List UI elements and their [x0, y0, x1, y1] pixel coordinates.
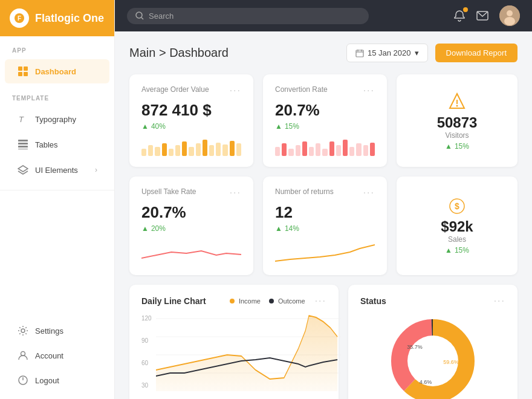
sales-change-value: 15% [455, 246, 469, 255]
bar [275, 147, 280, 156]
card2-menu[interactable]: ··· [363, 85, 375, 96]
svg-marker-11 [18, 166, 28, 172]
bar [196, 143, 201, 156]
date-chevron-icon: ▾ [415, 48, 419, 57]
card-returns-label: Number of returns [275, 187, 334, 196]
arrow-up-icon: ▲ [275, 224, 282, 233]
bar [302, 141, 307, 156]
bar [343, 140, 348, 156]
date-label: 15 Jan 2020 [368, 48, 411, 57]
svg-point-16 [136, 12, 142, 18]
mail-icon[interactable] [476, 11, 488, 21]
sidebar-item-tables[interactable]: Tables [5, 132, 109, 157]
status-chart-card: Status ··· 35.7% 59. [348, 285, 517, 399]
legend-income: Income [230, 297, 261, 305]
sidebar-item-ui-elements[interactable]: UI Elements › [5, 158, 109, 182]
card-upsell-value: 20.7% [141, 203, 241, 222]
settings-label: Settings [35, 326, 63, 336]
card-upsell-change: ▲ 20% [141, 224, 241, 233]
visitors-change: ▲ 15% [445, 142, 469, 151]
brand-title: Flatlogic One [35, 12, 104, 25]
y-label: 120 [141, 315, 152, 322]
visitors-value: 50873 [437, 114, 478, 131]
page-content: Main > Dashboard 15 Jan 2020 ▾ Download … [115, 31, 532, 399]
search-box[interactable] [127, 8, 369, 24]
status-chart-title: Status [360, 296, 386, 306]
sidebar-divider [0, 190, 114, 190]
card1-change: ▲ 40% [141, 122, 241, 131]
bar [222, 144, 227, 157]
svg-text:F: F [18, 15, 21, 22]
logout-label: Logout [35, 376, 59, 385]
svg-rect-10 [18, 149, 28, 149]
line-chart-menu[interactable]: ··· [315, 296, 326, 307]
card-returns-change-value: 14% [285, 224, 299, 233]
line-chart-controls: Income Outcome ··· [230, 296, 326, 307]
y-label: 30 [141, 382, 152, 389]
card-conversion-rate: Convertion Rate ··· 20.7% ▲ 15% [263, 74, 387, 167]
card-returns: Number of returns ··· 12 ▲ 14% [263, 177, 387, 275]
bar [141, 149, 146, 156]
bar [162, 143, 167, 156]
sidebar-bottom: Settings Account Logout [0, 318, 114, 399]
sidebar-item-logout[interactable]: Logout [5, 368, 109, 392]
bar [169, 149, 174, 156]
card1-bars [141, 138, 241, 156]
svg-marker-35 [156, 316, 337, 391]
bar [349, 147, 354, 156]
card-upsell-change-value: 20% [151, 224, 166, 233]
income-label: Income [239, 297, 261, 305]
download-report-button[interactable]: Download Report [435, 44, 517, 62]
card-returns-value: 12 [275, 203, 375, 222]
bottom-cards-grid: Upsell Take Rate ··· 20.7% ▲ 20% Number … [129, 177, 517, 275]
bar [175, 145, 180, 156]
account-label: Account [35, 351, 63, 360]
status-chart-menu[interactable]: ··· [494, 296, 505, 307]
search-icon [135, 11, 144, 20]
user-avatar[interactable] [499, 5, 520, 26]
line-chart-svg [156, 313, 341, 391]
svg-text:T: T [19, 115, 24, 124]
returns-line-chart [275, 240, 375, 264]
sidebar-item-typography[interactable]: T Typography [5, 107, 109, 131]
arrow-up-icon: ▲ [141, 122, 149, 131]
page-header: Main > Dashboard 15 Jan 2020 ▾ Download … [129, 44, 517, 62]
layers-icon [17, 164, 29, 176]
card-upsell-header: Upsell Take Rate ··· [141, 187, 241, 198]
chevron-icon: › [95, 166, 97, 174]
search-input[interactable] [149, 11, 360, 21]
sidebar-item-dashboard[interactable]: Dashboard [5, 59, 109, 83]
arrow-up-icon: ▲ [445, 246, 452, 255]
sidebar: F Flatlogic One APP Dashboard TEMPLATE T… [0, 0, 115, 399]
sidebar-header: F Flatlogic One [0, 0, 114, 36]
header-actions: 15 Jan 2020 ▾ Download Report [346, 44, 517, 62]
bar [203, 140, 207, 156]
upsell-line-chart [141, 240, 241, 264]
settings-icon [17, 325, 29, 337]
typography-icon: T [17, 113, 29, 125]
card2-change: ▲ 15% [275, 122, 375, 131]
card-upsell-label: Upsell Take Rate [141, 187, 196, 196]
card1-menu[interactable]: ··· [230, 85, 241, 96]
visitors-label: Visitors [445, 131, 469, 140]
card1-label: Average Order Value [141, 85, 209, 94]
bar [148, 145, 153, 156]
y-label: 60 [141, 360, 152, 366]
svg-text:59.6%: 59.6% [443, 359, 459, 365]
dashboard-label: Dashboard [35, 67, 76, 76]
card-returns-menu[interactable]: ··· [363, 187, 375, 198]
svg-point-28 [456, 105, 458, 106]
card-upsell-menu[interactable]: ··· [230, 187, 241, 198]
sidebar-item-settings[interactable]: Settings [5, 319, 109, 343]
bar [316, 143, 320, 156]
bar [329, 141, 334, 156]
visitors-change-value: 15% [455, 142, 469, 151]
tables-icon [17, 138, 29, 151]
card-upsell: Upsell Take Rate ··· 20.7% ▲ 20% [129, 177, 253, 275]
notification-bell[interactable] [453, 10, 465, 22]
sidebar-item-account[interactable]: Account [5, 343, 109, 368]
svg-rect-7 [18, 140, 28, 141]
date-picker[interactable]: 15 Jan 2020 ▾ [346, 44, 428, 62]
card-sales: $ $92k Sales ▲ 15% [397, 177, 517, 275]
card-returns-header: Number of returns ··· [275, 187, 375, 198]
